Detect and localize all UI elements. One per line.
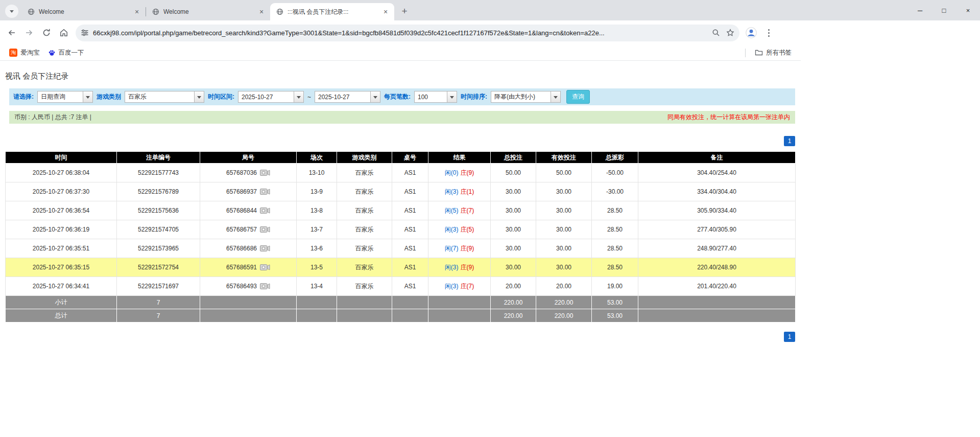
tab-title: :::视讯 会员下注纪录:::: [288, 8, 377, 16]
search-button[interactable]: 查询: [566, 90, 590, 104]
minimize-button[interactable]: ─: [908, 0, 932, 20]
address-bar[interactable]: 66cxkj98.com/ipl/portal.php/game/betreco…: [76, 25, 739, 41]
cell-game-type: 百家乐: [337, 258, 392, 277]
page-size-label: 每页笔数:: [384, 93, 411, 101]
video-replay-icon[interactable]: [260, 264, 270, 271]
page-size-select[interactable]: 100: [414, 91, 457, 103]
subtotal-total-bet: 220.00: [491, 296, 536, 309]
video-replay-icon[interactable]: [260, 245, 270, 252]
chevron-down-icon[interactable]: [83, 91, 92, 102]
cell-note: 304.40/254.40: [638, 164, 796, 182]
sort-select[interactable]: 降幂(由大到小): [491, 91, 561, 103]
cell-bet-id: 522921575636: [117, 201, 200, 220]
total-bet-link[interactable]: 30.00: [491, 258, 536, 277]
window-close-button[interactable]: ×: [956, 0, 980, 20]
cell-bet-id: 522921571697: [117, 277, 200, 296]
date-from-select[interactable]: 2025-10-27: [238, 91, 304, 103]
sort-label: 时间排序:: [461, 93, 487, 101]
cell-game-type: 百家乐: [337, 182, 392, 201]
cell-bet-id: 522921577743: [117, 164, 200, 182]
cell-game-type: 百家乐: [337, 164, 392, 182]
result-player: 闲(3): [445, 188, 459, 195]
browser-menu-icon[interactable]: [760, 24, 777, 41]
all-bookmarks-button[interactable]: 所有书签: [751, 47, 796, 59]
maximize-button[interactable]: □: [932, 0, 956, 20]
cell-note: 305.90/334.40: [638, 201, 796, 220]
total-bet-link[interactable]: 30.00: [491, 201, 536, 220]
cell-table-no: AS1: [392, 182, 428, 201]
video-replay-icon[interactable]: [260, 188, 270, 195]
cell-round-id: 657686937: [200, 182, 297, 201]
page-1-button[interactable]: 1: [784, 332, 795, 342]
round-id-text: 657686844: [226, 207, 257, 214]
cell-valid-bet: 30.00: [536, 220, 592, 239]
page-1-button[interactable]: 1: [784, 136, 795, 146]
subtotal-row: 小计 7 220.00 220.00 53.00: [6, 296, 796, 309]
profile-avatar-icon[interactable]: [743, 24, 760, 41]
chevron-down-icon[interactable]: [194, 91, 204, 102]
bet-table-row: 2025-10-27 06:35:51 522921573965 6576866…: [6, 239, 796, 258]
tab-welcome-2[interactable]: Welcome ×: [146, 3, 270, 20]
bookmark-star-icon[interactable]: [726, 29, 734, 37]
tab-close-icon[interactable]: ×: [381, 7, 390, 16]
reload-button[interactable]: [38, 24, 55, 41]
result-banker: 庄(5): [461, 226, 474, 233]
tab-close-icon[interactable]: ×: [132, 7, 141, 16]
game-type-select[interactable]: 百家乐: [125, 91, 204, 103]
query-mode-value: 日期查询: [38, 91, 83, 102]
cell-round-id: 657686844: [200, 201, 297, 220]
total-bet-link[interactable]: 30.00: [491, 239, 536, 258]
table-header-row: 时间 注单编号 局号 场次 游戏类别 桌号 结果 总投注 有效投注 总派彩 备注: [6, 152, 796, 164]
round-id-text: 657686937: [226, 188, 257, 195]
bet-table-row: 2025-10-27 06:36:19 522921574705 6576867…: [6, 220, 796, 239]
video-replay-icon[interactable]: [260, 283, 270, 290]
query-mode-select[interactable]: 日期查询: [37, 91, 93, 103]
cell-bet-id: 522921572754: [117, 258, 200, 277]
tab-close-icon[interactable]: ×: [257, 7, 266, 16]
chevron-down-icon[interactable]: [370, 91, 380, 102]
total-bet-link[interactable]: 30.00: [491, 182, 536, 201]
pagination-bottom: 1: [5, 332, 795, 342]
bet-table-row: 2025-10-27 06:37:30 522921576789 6576869…: [6, 182, 796, 201]
chevron-down-icon[interactable]: [447, 91, 457, 102]
forward-button[interactable]: [20, 24, 38, 41]
video-replay-icon[interactable]: [260, 169, 270, 176]
cell-time: 2025-10-27 06:36:54: [6, 201, 117, 220]
col-valid-bet: 有效投注: [536, 152, 592, 164]
chevron-down-icon[interactable]: [294, 91, 303, 102]
new-tab-button[interactable]: +: [397, 4, 412, 18]
cell-game-type: 百家乐: [337, 239, 392, 258]
total-bet-link[interactable]: 30.00: [491, 220, 536, 239]
bookmark-label: 百度一下: [59, 49, 84, 57]
tab-search-button[interactable]: [5, 5, 18, 18]
tab-bet-records[interactable]: :::视讯 会员下注纪录::: ×: [270, 3, 394, 20]
video-replay-icon[interactable]: [260, 207, 270, 214]
cell-valid-bet: 30.00: [536, 182, 592, 201]
tab-welcome-1[interactable]: Welcome ×: [21, 3, 146, 20]
folder-icon: [755, 49, 763, 57]
total-bet-link[interactable]: 50.00: [491, 164, 536, 182]
bet-table-row: 2025-10-27 06:38:04 522921577743 6576870…: [6, 164, 796, 182]
tab-strip: Welcome × Welcome × :::视讯 会员下注纪录::: × + …: [0, 0, 980, 20]
cell-session: 13-8: [297, 201, 337, 220]
chevron-down-icon[interactable]: [551, 91, 560, 102]
total-bet-link[interactable]: 20.00: [491, 277, 536, 296]
currency-summary-text: 币别 : 人民币 | 总共 :7 注单 |: [14, 113, 91, 122]
bookmark-aitaobao[interactable]: 淘 爱淘宝: [5, 47, 44, 59]
url-text[interactable]: 66cxkj98.com/ipl/portal.php/game/betreco…: [93, 29, 706, 37]
video-replay-icon[interactable]: [260, 226, 270, 233]
cell-bet-id: 522921574705: [117, 220, 200, 239]
col-game-type: 游戏类别: [337, 152, 392, 164]
zoom-icon[interactable]: [712, 29, 720, 37]
game-type-value: 百家乐: [125, 91, 194, 102]
bookmark-baidu[interactable]: 百度一下: [44, 47, 88, 59]
filter-bar: 请选择: 日期查询 游戏类别 百家乐 时间区间: 2025-10-27 ~ 20…: [9, 88, 795, 105]
date-to-select[interactable]: 2025-10-27: [315, 91, 380, 103]
cell-round-id: 657687036: [200, 164, 297, 182]
home-button[interactable]: [55, 24, 73, 41]
result-player: 闲(3): [445, 226, 459, 233]
date-range-label: 时间区间:: [208, 93, 234, 101]
bet-table-row: 2025-10-27 06:34:41 522921571697 6576864…: [6, 277, 796, 296]
back-button[interactable]: [3, 24, 20, 41]
site-info-icon[interactable]: [81, 29, 89, 37]
